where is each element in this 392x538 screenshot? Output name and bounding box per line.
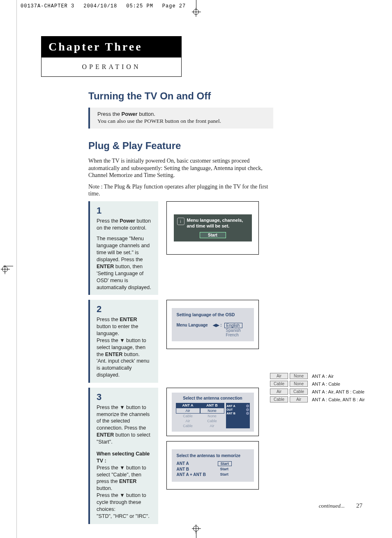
- osd3-row-0[interactable]: AirNone: [176, 408, 224, 414]
- page-number: 27: [356, 502, 362, 509]
- osd2-opt-english[interactable]: English: [224, 323, 242, 328]
- osd3-table: ANT AANT B AirNone CableNone AirCable Ca…: [176, 403, 224, 428]
- steps: 1 Press the Power button on the remote c…: [88, 201, 259, 524]
- step1-num: 1: [97, 205, 152, 217]
- osd2-options: English Spanish French: [224, 323, 242, 337]
- registration-mark-top: [193, 0, 199, 14]
- meta-page: Page 27: [162, 3, 186, 9]
- registration-mark-bottom: [193, 527, 199, 538]
- section1-line2: You can also use the POWER button on the…: [97, 118, 268, 124]
- section2-desc: When the TV is initially powered On, bas…: [88, 157, 273, 179]
- trim-line-left: [16, 0, 17, 538]
- step3-figure-b: Select the antennas to memorize ANT ASta…: [166, 441, 259, 490]
- osd4-row-2[interactable]: ANT A + ANT BStart: [177, 472, 249, 477]
- step3-num: 3: [97, 391, 152, 403]
- step3-figure-a: Select the antenna connection ANT AANT B…: [166, 388, 259, 436]
- section1-heading: Turning the TV On and Off: [88, 90, 273, 102]
- step3-text: 3 Press the ▼ button to memorize the cha…: [88, 388, 158, 524]
- page: { "print_meta": { "file": "00137A-CHAPTE…: [0, 0, 392, 538]
- step1-figure: i Menu language, channels, and time will…: [166, 201, 259, 255]
- osd2-opt-french[interactable]: French: [224, 333, 242, 337]
- continued-label: continued...: [319, 503, 345, 509]
- chapter-title: Chapter Three: [41, 36, 182, 57]
- step2-text: 2 Press the ENTER button to enter the la…: [88, 300, 158, 383]
- step3-figures: Select the antenna connection ANT AANT B…: [166, 388, 259, 494]
- osd3-row-2[interactable]: AirCable: [176, 418, 224, 423]
- legend-row-3: CableAir ANT A : Cable, ANT B : Air: [270, 396, 365, 402]
- print-meta: 00137A-CHAPTER 3 2004/10/18 05:25 PM Pag…: [21, 3, 195, 9]
- legend-row-1: CableNone ANT A : Cable: [270, 381, 365, 387]
- osd1-start-button[interactable]: Start: [200, 232, 226, 238]
- section1-line1: Press the Power button.: [97, 111, 268, 117]
- antenna-legend: AirNone ANT A : Air CableNone ANT A : Ca…: [270, 373, 365, 404]
- step1-text: 1 Press the Power button on the remote c…: [88, 201, 158, 295]
- osd-panel-antenna-connection: Select the antenna connection ANT AANT B…: [172, 393, 254, 432]
- osd4-row-1[interactable]: ANT BStart: [177, 467, 249, 471]
- antenna-diagram-icon: ANT A OUT ANT B: [226, 403, 250, 428]
- section2-note: Note : The Plug & Play function operates…: [88, 183, 273, 198]
- osd2-label: Menu Language: [177, 323, 213, 327]
- legend-row-0: AirNone ANT A : Air: [270, 373, 365, 379]
- chapter-subtitle: OPERATION: [82, 63, 141, 70]
- osd4-title: Select the antennas to memorize: [177, 453, 249, 458]
- arrows-icon: ◀▶ :: [213, 323, 222, 327]
- cable-heading: When selecting Cable TV :: [97, 451, 152, 464]
- step2-num: 2: [97, 303, 152, 315]
- legend-row-2: AirCable ANT A : Air, ANT B : Cable: [270, 389, 365, 395]
- osd1-text: Menu language, channels, and time will b…: [187, 218, 249, 228]
- chapter-subtitle-box: OPERATION: [41, 57, 182, 77]
- content-column: Turning the TV On and Off Press the Powe…: [88, 90, 273, 205]
- osd-panel-start: i Menu language, channels, and time will…: [174, 214, 252, 241]
- step-1: 1 Press the Power button on the remote c…: [88, 201, 259, 295]
- section1-intro: Press the Power button. You can also use…: [88, 108, 273, 129]
- chapter-header: Chapter Three OPERATION: [41, 36, 182, 77]
- registration-mark-left: [3, 266, 13, 272]
- osd2-title: Setting language of the OSD: [177, 312, 249, 317]
- osd-panel-language: Setting language of the OSD Menu Languag…: [172, 308, 254, 341]
- meta-date: 2004/10/18: [83, 3, 117, 9]
- step-2: 2 Press the ENTER button to enter the la…: [88, 300, 259, 383]
- osd4-row-0[interactable]: ANT AStart: [177, 461, 249, 466]
- meta-file: 00137A-CHAPTER 3: [21, 3, 74, 9]
- osd3-title: Select the antenna connection: [176, 396, 250, 400]
- section2-heading: Plug & Play Feature: [88, 140, 273, 152]
- osd3-row-3[interactable]: CableAir: [176, 423, 224, 428]
- step2-figure: Setting language of the OSD Menu Languag…: [166, 300, 259, 349]
- osd3-row-1[interactable]: CableNone: [176, 414, 224, 418]
- info-icon: i: [177, 218, 184, 225]
- osd-panel-memorize: Select the antennas to memorize ANT ASta…: [172, 449, 254, 482]
- meta-time: 05:25 PM: [126, 3, 153, 9]
- osd2-opt-spanish[interactable]: Spanish: [224, 328, 242, 333]
- step-3: 3 Press the ▼ button to memorize the cha…: [88, 388, 259, 524]
